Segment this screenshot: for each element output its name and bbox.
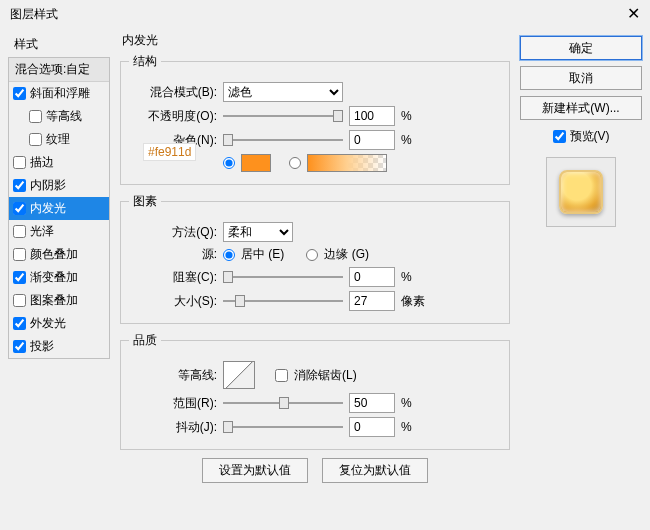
new-style-button[interactable]: 新建样式(W)... (520, 96, 642, 120)
range-unit: % (401, 396, 425, 410)
close-icon[interactable]: ✕ (627, 0, 640, 28)
range-slider[interactable] (223, 395, 343, 411)
opacity-input[interactable] (349, 106, 395, 126)
style-item-checkbox[interactable] (13, 179, 26, 192)
style-item-label: 光泽 (30, 223, 54, 240)
source-center-label: 居中 (E) (241, 246, 284, 263)
style-item-2[interactable]: 纹理 (9, 128, 109, 151)
solid-color-radio[interactable] (223, 157, 235, 169)
source-center-radio[interactable] (223, 249, 235, 261)
elements-legend: 图素 (129, 193, 161, 210)
range-input[interactable] (349, 393, 395, 413)
style-item-label: 投影 (30, 338, 54, 355)
style-item-label: 颜色叠加 (30, 246, 78, 263)
style-item-6[interactable]: 光泽 (9, 220, 109, 243)
style-item-checkbox[interactable] (13, 87, 26, 100)
style-item-label: 纹理 (46, 131, 70, 148)
style-item-checkbox[interactable] (29, 133, 42, 146)
style-item-checkbox[interactable] (13, 271, 26, 284)
style-item-label: 图案叠加 (30, 292, 78, 309)
contour-label: 等高线: (129, 367, 217, 384)
window-title: 图层样式 (10, 0, 58, 28)
style-item-checkbox[interactable] (13, 225, 26, 238)
method-label: 方法(Q): (129, 224, 217, 241)
source-label: 源: (129, 246, 217, 263)
choke-label: 阻塞(C): (129, 269, 217, 286)
style-item-7[interactable]: 颜色叠加 (9, 243, 109, 266)
style-item-10[interactable]: 外发光 (9, 312, 109, 335)
style-item-label: 斜面和浮雕 (30, 85, 90, 102)
preview-checkbox[interactable] (553, 130, 566, 143)
styles-label: 样式 (8, 32, 110, 57)
source-edge-label: 边缘 (G) (324, 246, 369, 263)
preview-thumbnail (559, 170, 603, 214)
jitter-input[interactable] (349, 417, 395, 437)
source-edge-radio[interactable] (306, 249, 318, 261)
color-swatch[interactable] (241, 154, 271, 172)
style-item-3[interactable]: 描边 (9, 151, 109, 174)
gradient-swatch[interactable] (307, 154, 387, 172)
style-item-checkbox[interactable] (13, 202, 26, 215)
style-item-9[interactable]: 图案叠加 (9, 289, 109, 312)
gradient-radio[interactable] (289, 157, 301, 169)
size-unit: 像素 (401, 293, 425, 310)
method-select[interactable]: 柔和 (223, 222, 293, 242)
set-default-button[interactable]: 设置为默认值 (202, 458, 308, 483)
choke-unit: % (401, 270, 425, 284)
style-item-label: 内发光 (30, 200, 66, 217)
color-hex-tooltip: #fe911d (143, 143, 196, 161)
size-slider[interactable] (223, 293, 343, 309)
range-label: 范围(R): (129, 395, 217, 412)
panel-title: 内发光 (116, 32, 514, 53)
style-item-1[interactable]: 等高线 (9, 105, 109, 128)
noise-input[interactable] (349, 130, 395, 150)
structure-legend: 结构 (129, 53, 161, 70)
style-item-11[interactable]: 投影 (9, 335, 109, 358)
settings-panel: 内发光 结构 混合模式(B): 滤色 不透明度(O): % 杂色(N): (116, 32, 514, 483)
style-item-label: 等高线 (46, 108, 82, 125)
jitter-slider[interactable] (223, 419, 343, 435)
choke-slider[interactable] (223, 269, 343, 285)
style-item-checkbox[interactable] (13, 294, 26, 307)
cancel-button[interactable]: 取消 (520, 66, 642, 90)
opacity-label: 不透明度(O): (129, 108, 217, 125)
style-item-checkbox[interactable] (13, 156, 26, 169)
preview-box (546, 157, 616, 227)
style-item-checkbox[interactable] (13, 317, 26, 330)
elements-group: 图素 方法(Q): 柔和 源: 居中 (E) 边缘 (G) 阻塞(C): (120, 193, 510, 324)
style-item-label: 外发光 (30, 315, 66, 332)
noise-unit: % (401, 133, 425, 147)
size-label: 大小(S): (129, 293, 217, 310)
jitter-label: 抖动(J): (129, 419, 217, 436)
style-item-4[interactable]: 内阴影 (9, 174, 109, 197)
preview-label: 预览(V) (570, 128, 610, 145)
style-item-label: 描边 (30, 154, 54, 171)
style-item-checkbox[interactable] (13, 248, 26, 261)
reset-default-button[interactable]: 复位为默认值 (322, 458, 428, 483)
title-bar: 图层样式 ✕ (0, 0, 650, 28)
choke-input[interactable] (349, 267, 395, 287)
blend-options-header[interactable]: 混合选项:自定 (9, 58, 109, 82)
quality-legend: 品质 (129, 332, 161, 349)
jitter-unit: % (401, 420, 425, 434)
opacity-unit: % (401, 109, 425, 123)
right-column: 确定 取消 新建样式(W)... 预览(V) (520, 32, 642, 483)
structure-group: 结构 混合模式(B): 滤色 不透明度(O): % 杂色(N): % (120, 53, 510, 185)
style-item-5[interactable]: 内发光 (9, 197, 109, 220)
quality-group: 品质 等高线: 消除锯齿(L) 范围(R): % 抖动(J): (120, 332, 510, 450)
opacity-slider[interactable] (223, 108, 343, 124)
size-input[interactable] (349, 291, 395, 311)
antialias-checkbox[interactable] (275, 369, 288, 382)
style-item-8[interactable]: 渐变叠加 (9, 266, 109, 289)
style-item-checkbox[interactable] (13, 340, 26, 353)
left-column: 样式 混合选项:自定 斜面和浮雕等高线纹理描边内阴影内发光光泽颜色叠加渐变叠加图… (8, 32, 110, 483)
style-item-0[interactable]: 斜面和浮雕 (9, 82, 109, 105)
noise-slider[interactable] (223, 132, 343, 148)
antialias-label: 消除锯齿(L) (294, 367, 357, 384)
style-item-checkbox[interactable] (29, 110, 42, 123)
blend-mode-select[interactable]: 滤色 (223, 82, 343, 102)
layer-style-dialog: 图层样式 ✕ 样式 混合选项:自定 斜面和浮雕等高线纹理描边内阴影内发光光泽颜色… (0, 0, 650, 530)
ok-button[interactable]: 确定 (520, 36, 642, 60)
blend-mode-label: 混合模式(B): (129, 84, 217, 101)
contour-picker[interactable] (223, 361, 255, 389)
